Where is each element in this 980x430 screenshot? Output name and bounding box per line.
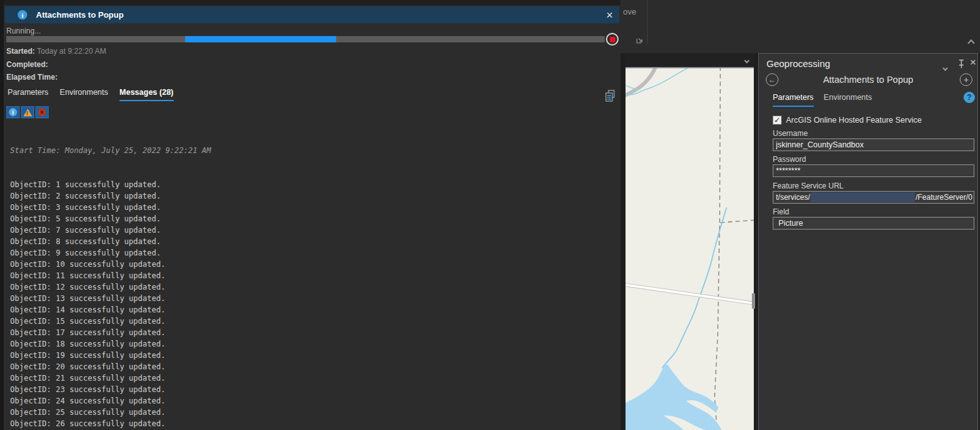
field-field[interactable] [773,217,974,230]
filter-error-button[interactable]: × [35,106,49,118]
started-row: Started: Today at 9:22:20 AM [6,47,106,56]
elapsed-label: Elapsed Time: [6,73,57,82]
password-field[interactable] [773,164,974,177]
username-field[interactable] [773,138,974,151]
dialog-launcher-icon[interactable] [636,36,644,44]
url-suffix: /FeatureServer/0 [916,193,972,202]
completed-label: Completed: [6,60,48,69]
message-line: ObjectID: 21 successfully updated. [10,372,617,384]
message-line: ObjectID: 7 successfully updated. [10,224,617,236]
message-line: ObjectID: 11 successfully updated. [10,270,617,281]
map-lake [626,364,722,430]
map-canvas [626,68,754,430]
message-line: ObjectID: 9 successfully updated. [10,247,617,259]
tab-parameters[interactable]: Parameters [8,88,49,101]
panel-titlebar: Geoprocessing × [759,58,977,71]
feature-service-url-field[interactable]: t/services/ /FeatureServer/0 [773,191,974,204]
info-icon: i [18,10,27,20]
message-line: ObjectID: 10 successfully updated. [10,259,617,270]
filter-info-button[interactable]: i [6,106,20,118]
tab-messages[interactable]: Messages (28) [119,88,173,101]
dialog-tabs: Parameters Environments Messages (28) [8,88,174,101]
map-view[interactable] [626,68,754,430]
message-line: ObjectID: 12 successfully updated. [10,281,617,293]
message-line: ObjectID: 13 successfully updated. [10,293,617,304]
gp-tabs: Parameters Environments [773,93,872,107]
redacted-url-segment [811,192,915,202]
messages-list: Start Time: Monday, July 25, 2022 9:22:2… [10,122,617,430]
map-boundary-dashed-vertical [715,68,720,430]
hosted-service-checkbox-row[interactable]: ✓ ArcGIS Online Hosted Feature Service [773,116,922,125]
message-line: ObjectID: 5 successfully updated. [10,213,617,224]
pin-icon[interactable] [958,59,965,69]
field-label: Field [773,207,789,216]
password-label: Password [773,155,806,164]
dialog-titlebar[interactable]: i Attachments to Popup × [5,6,619,23]
map-highway [626,285,754,304]
info-filter-icon: i [9,108,17,116]
checkbox-label: ArcGIS Online Hosted Feature Service [786,116,922,125]
message-line: ObjectID: 26 successfully updated. [10,418,617,429]
dialog-title: Attachments to Popup [36,10,124,20]
close-icon[interactable]: × [606,9,613,21]
progress-segment [185,36,336,42]
message-line: ObjectID: 24 successfully updated. [10,395,617,407]
ribbon-backdrop [620,0,980,53]
copy-messages-icon[interactable] [605,90,616,102]
stop-icon [610,37,615,42]
message-line: ObjectID: 14 successfully updated. [10,304,617,316]
add-to-project-button[interactable]: + [960,73,972,86]
map-scrollbar-thumb[interactable] [752,293,755,309]
map-pane-header[interactable] [626,54,754,67]
panel-chevron-down-icon[interactable] [943,61,947,73]
started-value: Today at 9:22:20 AM [37,47,106,56]
elapsed-row: Elapsed Time: [6,73,57,82]
ribbon-divider [647,0,648,44]
status-text: Running... [6,27,41,35]
geoprocessing-panel: Geoprocessing × ← Attachments to Popup +… [758,53,978,430]
message-line: ObjectID: 3 successfully updated. [10,202,617,213]
warning-filter-icon: ! [23,109,32,116]
error-filter-icon: × [38,108,46,116]
message-line: ObjectID: 2 successfully updated. [10,190,617,202]
gp-tab-parameters[interactable]: Parameters [773,93,814,107]
gp-tab-environments[interactable]: Environments [824,93,872,107]
url-prefix: t/services/ [776,193,810,202]
ribbon-group-label: ove [623,7,636,16]
progress-bar [6,36,605,42]
message-line: ObjectID: 19 successfully updated. [10,350,617,361]
checkbox-checked-icon[interactable]: ✓ [773,116,782,125]
ribbon-collapse-icon[interactable] [969,37,974,48]
message-line: ObjectID: 18 successfully updated. [10,338,617,350]
completed-row: Completed: [6,60,48,69]
tool-nav-row: ← Attachments to Popup + [759,73,977,88]
started-label: Started: [6,47,35,56]
message-line: ObjectID: 23 successfully updated. [10,384,617,395]
message-line: ObjectID: 1 successfully updated. [10,179,617,190]
message-line: ObjectID: 20 successfully updated. [10,361,617,372]
filter-warning-button[interactable]: ! [21,106,34,118]
stop-button[interactable] [606,33,619,46]
panel-close-icon[interactable]: × [970,56,976,69]
tool-title: Attachments to Popup [759,75,977,85]
message-line: ObjectID: 17 successfully updated. [10,327,617,338]
help-icon[interactable]: ? [964,92,975,103]
message-line: ObjectID: 25 successfully updated. [10,407,617,418]
message-line: ObjectID: 8 successfully updated. [10,236,617,247]
username-label: Username [773,129,808,138]
map-boundary-dashed-horizontal [720,220,754,223]
tab-environments[interactable]: Environments [60,88,108,101]
message-start-time: Start Time: Monday, July 25, 2022 9:22:2… [10,145,617,156]
progress-dialog: i Attachments to Popup × Running... Star… [4,5,620,430]
message-line: ObjectID: 15 successfully updated. [10,316,617,327]
message-filter-toolbar: i ! × [6,106,49,118]
chevron-down-icon[interactable] [744,58,749,63]
panel-title: Geoprocessing [766,58,830,69]
feature-service-url-label: Feature Service URL [773,181,844,190]
